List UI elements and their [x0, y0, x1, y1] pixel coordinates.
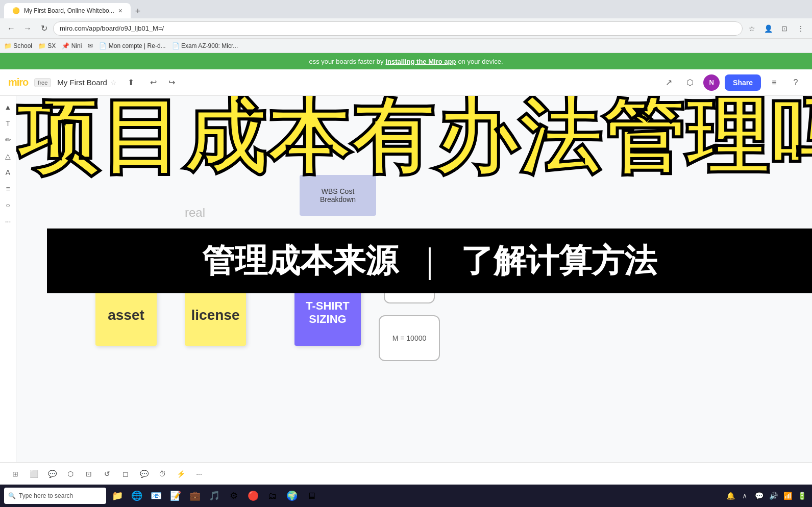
settings-btn[interactable]: ≡	[766, 74, 782, 91]
black-banner: 管理成本来源 ｜ 了解计算方法	[47, 229, 812, 293]
taskbar-app4[interactable]: 🎵	[206, 488, 223, 504]
browser-action-icons: ☆ 👤 ⊡ ⋮	[745, 21, 808, 36]
chinese-heading: 项目成本有办法管理吗	[16, 96, 812, 178]
board-name: My First Board	[57, 78, 107, 87]
taskbar-battery[interactable]: 🔋	[796, 490, 808, 502]
undo-redo-group: ↩ ↪	[145, 74, 180, 91]
sizing-m-box[interactable]: M = 10000	[379, 315, 440, 361]
left-tool-sticky[interactable]: A	[1, 165, 15, 180]
upload-btn[interactable]: ⬆	[123, 74, 139, 91]
present-icon[interactable]: ⬡	[682, 74, 698, 91]
redo-btn[interactable]: ↪	[164, 74, 180, 91]
taskbar-right: 🔔 ∧ 💬 🔊 📶 🔋	[724, 490, 808, 502]
left-tool-draw[interactable]: ✏	[1, 133, 15, 147]
undo-btn[interactable]: ↩	[145, 74, 162, 91]
left-tool-templates[interactable]: ≡	[1, 182, 15, 196]
bottom-tool-5[interactable]: ⊡	[82, 467, 96, 481]
bottom-tool-9[interactable]: ⏱	[155, 467, 169, 481]
cursor-icon[interactable]: ↗	[660, 74, 677, 91]
bottom-tool-3[interactable]: 💬	[45, 467, 59, 481]
black-banner-right: 了解计算方法	[461, 239, 657, 283]
bottom-tool-7[interactable]: ◻	[118, 467, 133, 481]
address-bar[interactable]	[53, 21, 743, 36]
forward-btn[interactable]: →	[20, 21, 35, 36]
appbar-right: ↗ ⬡ N Share ≡ ?	[660, 74, 804, 91]
tab-title: My First Board, Online Whitebo...	[24, 7, 114, 14]
taskbar-chat[interactable]: 💬	[753, 490, 765, 502]
browser-frame: 🟡 My First Board, Online Whitebo... × + …	[0, 0, 812, 507]
taskbar-edge[interactable]: 🌐	[129, 488, 145, 504]
bookmark-nini[interactable]: 📌 Nini	[62, 42, 82, 49]
taskbar-app3[interactable]: 💼	[187, 488, 203, 504]
board-name-container: My First Board ☆	[57, 78, 117, 87]
new-tab-btn[interactable]: +	[131, 4, 145, 18]
left-toolbar: ▲ T ✏ △ A ≡ ○ ···	[0, 96, 16, 462]
miro-workspace: ▲ T ✏ △ A ≡ ○ ··· 项目成本有办法管理吗 real WBS Co…	[0, 96, 812, 462]
taskbar-app1[interactable]: 📧	[148, 488, 164, 504]
taskbar-volume[interactable]: 🔊	[767, 490, 779, 502]
black-banner-left: 管理成本来源	[202, 239, 398, 283]
bottom-tool-more[interactable]: ···	[192, 467, 206, 481]
taskbar-app8[interactable]: 🌍	[284, 488, 300, 504]
taskbar-app6[interactable]: 🔴	[245, 488, 261, 504]
left-tool-mind[interactable]: ○	[1, 198, 15, 212]
miro-logo: miro	[8, 77, 28, 88]
bottom-tool-1[interactable]: ⊞	[8, 467, 22, 481]
bottom-tool-8[interactable]: 💬	[137, 467, 151, 481]
bookmark-exam[interactable]: 📄 Exam AZ-900: Micr...	[172, 42, 238, 49]
taskbar-file-explorer[interactable]: 📁	[109, 488, 126, 504]
taskbar-search[interactable]: 🔍 Type here to search	[4, 488, 106, 504]
reload-btn[interactable]: ↻	[37, 21, 51, 36]
star-icon[interactable]: ☆	[110, 79, 117, 87]
wbs-card[interactable]: WBS Cost Breakdown	[300, 175, 376, 216]
left-tool-shapes[interactable]: △	[1, 149, 15, 163]
install-banner-text: ess your boards faster by	[309, 58, 383, 65]
taskbar: 🔍 Type here to search 📁 🌐 📧 📝 💼 🎵 ⚙ 🔴 🗂 …	[0, 485, 812, 507]
browser-tab-bar: 🟡 My First Board, Online Whitebo... × +	[0, 0, 812, 18]
help-btn[interactable]: ?	[788, 74, 804, 91]
taskbar-app5[interactable]: ⚙	[226, 488, 242, 504]
canvas-area[interactable]: 项目成本有办法管理吗 real WBS Cost Breakdown 管理成本来…	[16, 96, 812, 462]
free-badge: free	[34, 78, 51, 87]
search-placeholder: Type here to search	[19, 492, 73, 499]
taskbar-notification[interactable]: 🔔	[724, 490, 736, 502]
left-tool-select[interactable]: ▲	[1, 100, 15, 114]
install-banner: ess your boards faster by installing the…	[0, 53, 812, 69]
sizing-m-text: M = 10000	[392, 334, 427, 342]
active-tab[interactable]: 🟡 My First Board, Online Whitebo... ×	[4, 3, 131, 18]
bookmark-gmail[interactable]: ✉	[88, 42, 93, 49]
bookmark-star-icon[interactable]: ☆	[745, 21, 759, 36]
share-button[interactable]: Share	[725, 74, 761, 91]
bookmark-mon-compte[interactable]: 📄 Mon compte | Re-d...	[99, 42, 165, 49]
tab-close-btn[interactable]: ×	[118, 7, 122, 15]
browser-toolbar: ← → ↻ ☆ 👤 ⊡ ⋮	[0, 18, 812, 39]
bottom-tool-2[interactable]: ⬜	[27, 467, 41, 481]
taskbar-app7[interactable]: 🗂	[264, 488, 281, 504]
search-icon: 🔍	[8, 492, 16, 499]
taskbar-app2[interactable]: 📝	[167, 488, 184, 504]
back-btn[interactable]: ←	[4, 21, 18, 36]
bottom-tool-10[interactable]: ⚡	[174, 467, 188, 481]
bottom-tool-6[interactable]: ↺	[100, 467, 114, 481]
menu-icon[interactable]: ⋮	[794, 21, 808, 36]
taskbar-network[interactable]: 📶	[781, 490, 794, 502]
install-banner-suffix: on your device.	[458, 58, 503, 65]
left-tool-text[interactable]: T	[1, 116, 15, 131]
bookmark-school[interactable]: 📁 School	[4, 42, 32, 49]
install-link[interactable]: installing the Miro app	[385, 58, 456, 65]
taskbar-app9[interactable]: 🖥	[303, 488, 319, 504]
bottom-tool-4[interactable]: ⬡	[63, 467, 78, 481]
black-banner-divider: ｜	[413, 239, 446, 283]
extensions-icon[interactable]: ⊡	[777, 21, 792, 36]
taskbar-chevron[interactable]: ∧	[739, 490, 751, 502]
sticky-asset[interactable]: asset	[95, 285, 157, 346]
user-avatar[interactable]: N	[703, 74, 720, 91]
sticky-license[interactable]: license	[185, 285, 246, 346]
bookmarks-bar: 📁 School 📁 SX 📌 Nini ✉ 📄 Mon compte | Re…	[0, 39, 812, 53]
wbs-text: WBS Cost Breakdown	[320, 187, 356, 204]
bookmark-sx[interactable]: 📁 SX	[38, 42, 56, 49]
profile-icon[interactable]: 👤	[761, 21, 775, 36]
real-text: real	[185, 206, 205, 220]
left-tool-more[interactable]: ···	[1, 214, 15, 229]
miro-appbar: miro free My First Board ☆ ⬆ ↩ ↪ ↗ ⬡ N S…	[0, 69, 812, 96]
